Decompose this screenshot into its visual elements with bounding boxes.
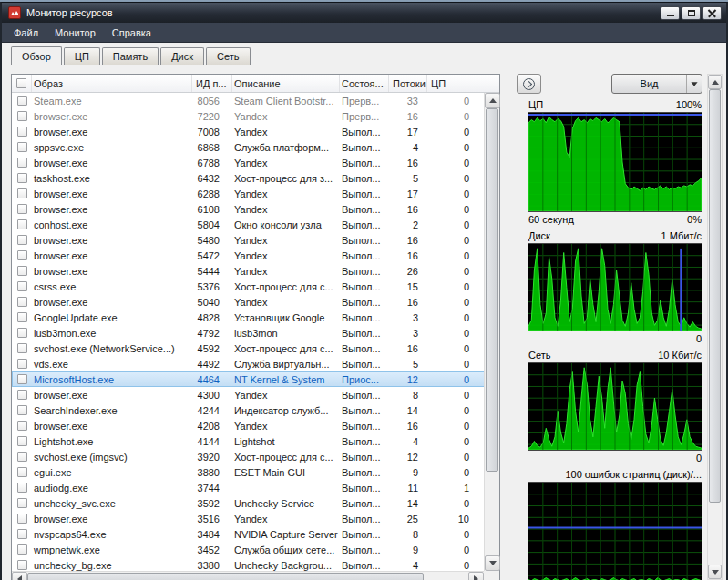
row-checkbox[interactable] xyxy=(17,483,27,493)
panel-scrollbar[interactable] xyxy=(707,74,723,580)
panel-scroll-up-button[interactable] xyxy=(708,75,722,89)
row-checkbox[interactable] xyxy=(17,452,27,462)
row-checkbox[interactable] xyxy=(17,328,27,338)
row-checkbox[interactable] xyxy=(17,359,27,369)
tab-network[interactable]: Сеть xyxy=(206,47,250,65)
row-checkbox[interactable] xyxy=(17,405,27,415)
table-row[interactable]: browser.exe3516YandexВыпол...2510 xyxy=(12,511,484,526)
table-row[interactable]: audiodg.exe3744Выпол...111 xyxy=(12,480,484,495)
row-checkbox[interactable] xyxy=(17,266,27,276)
table-row[interactable]: browser.exe6108YandexВыпол...160 xyxy=(12,201,484,217)
row-checkbox[interactable] xyxy=(17,96,27,106)
row-checkbox[interactable] xyxy=(17,188,27,198)
column-header-pid[interactable]: ИД п... xyxy=(192,75,232,92)
panel-scroll-down-button[interactable] xyxy=(708,565,722,579)
table-row[interactable]: wmpnetwk.exe3452Служба общих сете...Выпо… xyxy=(12,542,484,557)
table-row[interactable]: unchecky_svc.exe3592Unchecky ServiceВыпо… xyxy=(12,495,484,511)
menu-item-help[interactable]: Справка xyxy=(104,25,159,41)
menu-item-monitor[interactable]: Монитор xyxy=(46,25,104,41)
tab-cpu[interactable]: ЦП xyxy=(64,47,100,65)
view-dropdown-arrow[interactable] xyxy=(686,75,702,93)
table-row[interactable]: browser.exe5480YandexВыпол...160 xyxy=(12,232,484,248)
row-checkbox[interactable] xyxy=(17,498,27,508)
row-checkbox[interactable] xyxy=(17,312,27,322)
row-checkbox[interactable] xyxy=(17,560,27,570)
column-header-threads[interactable]: Потоки xyxy=(389,75,427,92)
tab-disk[interactable]: Диск xyxy=(160,47,204,65)
table-row[interactable]: MicrosoftHost.exe4464NT Kernel & SystemП… xyxy=(12,371,484,387)
cell-threads: 16 xyxy=(389,421,427,432)
table-row[interactable]: browser.exe5040YandexВыпол...160 xyxy=(12,294,484,310)
table-row[interactable]: Lightshot.exe4144LightshotВыпол...40 xyxy=(12,433,484,449)
close-button[interactable] xyxy=(702,6,722,20)
scroll-down-button[interactable] xyxy=(485,555,500,571)
row-checkbox[interactable] xyxy=(17,436,27,446)
row-checkbox[interactable] xyxy=(17,544,27,555)
table-row[interactable]: browser.exe6788YandexВыпол...160 xyxy=(12,155,484,170)
row-checkbox[interactable] xyxy=(17,127,27,137)
row-checkbox[interactable] xyxy=(17,343,27,353)
scroll-up-button[interactable] xyxy=(485,93,500,108)
graph-scale-network: 10 Кбит/с xyxy=(658,350,702,361)
table-row[interactable]: egui.exe3880ESET Main GUIВыпол...90 xyxy=(12,464,484,480)
column-header-cpu[interactable]: ЦП xyxy=(427,75,484,92)
cell-image: browser.exe xyxy=(32,250,192,261)
table-row[interactable]: browser.exe5472YandexВыпол...160 xyxy=(12,248,484,263)
table-row[interactable]: browser.exe4300YandexВыпол...80 xyxy=(12,387,484,402)
scroll-left-button[interactable] xyxy=(12,572,27,580)
table-row[interactable]: Steam.exe8056Steam Client Bootstr...Прер… xyxy=(12,93,484,108)
table-row[interactable]: browser.exe5444YandexВыпол...260 xyxy=(12,263,484,279)
column-header-status[interactable]: Состоя... xyxy=(340,75,389,92)
row-checkbox[interactable] xyxy=(17,111,27,121)
row-checkbox[interactable] xyxy=(17,235,27,245)
row-checkbox[interactable] xyxy=(17,514,27,524)
row-checkbox[interactable] xyxy=(17,281,27,291)
row-checkbox[interactable] xyxy=(17,204,27,214)
table-row[interactable]: svchost.exe (NetworkService...)4592Хост-… xyxy=(12,341,484,356)
table-row[interactable]: conhost.exe5804Окно консоли узлаВыпол...… xyxy=(12,217,484,232)
view-menu-button[interactable]: Вид xyxy=(611,74,702,94)
row-checkbox[interactable] xyxy=(17,467,27,477)
table-horizontal-scrollbar[interactable] xyxy=(12,571,484,580)
column-header-description[interactable]: Описание xyxy=(232,75,340,92)
table-row[interactable]: taskhost.exe6432Хост-процесс для з...Вып… xyxy=(12,170,484,186)
row-checkbox[interactable] xyxy=(17,529,27,539)
table-row[interactable]: csrss.exe5376Хост-процесс для с...Выпол.… xyxy=(12,279,484,294)
row-checkbox[interactable] xyxy=(17,297,27,307)
row-checkbox[interactable] xyxy=(17,250,27,260)
row-checkbox[interactable] xyxy=(17,173,27,183)
header-checkbox[interactable] xyxy=(16,78,26,88)
table-row[interactable]: vds.exe4492Служба виртуальн...Выпол...50 xyxy=(12,356,484,371)
table-row[interactable]: iusb3mon.exe4792iusb3monВыпол...30 xyxy=(12,325,484,341)
table-row[interactable]: browser.exe6288YandexВыпол...170 xyxy=(12,186,484,201)
row-checkbox[interactable] xyxy=(17,421,27,431)
table-row[interactable]: nvspcaps64.exe3484NVIDIA Capture ServerВ… xyxy=(12,526,484,542)
menu-item-file[interactable]: Файл xyxy=(5,25,46,41)
scroll-right-button[interactable] xyxy=(468,572,484,580)
table-vertical-scrollbar[interactable] xyxy=(484,93,499,571)
minimize-button[interactable] xyxy=(661,6,680,20)
maximize-button[interactable] xyxy=(682,6,701,20)
table-row[interactable]: browser.exe7220YandexПрерв...160 xyxy=(12,108,484,124)
row-checkbox[interactable] xyxy=(17,142,27,152)
table-row[interactable]: unchecky_bg.exe3380Unchecky Backgrou...В… xyxy=(12,557,484,571)
table-row[interactable]: svchost.exe (imgsvc)3920Хост-процесс для… xyxy=(12,449,484,464)
column-header-image[interactable]: Образ xyxy=(32,75,192,92)
row-checkbox[interactable] xyxy=(17,219,27,229)
collapse-panel-button[interactable] xyxy=(517,74,541,94)
table-row[interactable]: browser.exe4208YandexВыпол...160 xyxy=(12,418,484,433)
vertical-scrollbar-thumb[interactable] xyxy=(486,108,498,472)
table-row[interactable]: browser.exe7008YandexВыпол...170 xyxy=(12,124,484,139)
panel-scrollbar-thumb[interactable] xyxy=(709,89,721,503)
table-row[interactable]: sppsvc.exe6868Служба платформ...Выпол...… xyxy=(12,139,484,155)
horizontal-scrollbar-thumb[interactable] xyxy=(27,573,424,580)
tab-overview[interactable]: Обзор xyxy=(11,46,62,65)
row-checkbox[interactable] xyxy=(17,374,27,384)
table-row[interactable]: SearchIndexer.exe4244Индексатор служб...… xyxy=(12,402,484,418)
table-row[interactable]: GoogleUpdate.exe4828Установщик GoogleВып… xyxy=(12,310,484,325)
row-checkbox[interactable] xyxy=(17,390,27,400)
cell-description: Yandex xyxy=(232,266,340,277)
row-checkbox[interactable] xyxy=(17,158,27,168)
tab-memory[interactable]: Память xyxy=(102,47,159,65)
title-bar[interactable]: Монитор ресурсов xyxy=(2,3,726,23)
